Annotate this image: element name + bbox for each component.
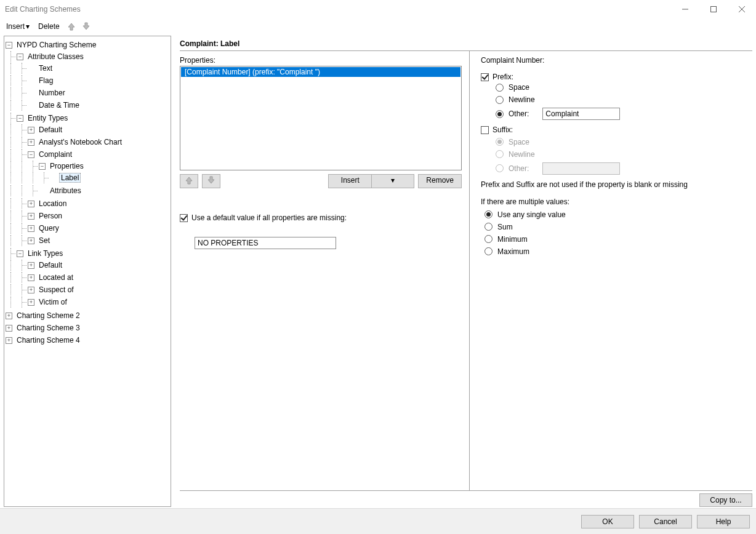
radio-label: Sum xyxy=(497,223,513,231)
tree-complaint-attributes[interactable]: Attributes xyxy=(48,186,83,195)
tree-toggle[interactable]: + xyxy=(28,262,34,269)
tree-et-default[interactable]: Default xyxy=(37,126,64,134)
radio-label: Space xyxy=(509,83,529,92)
help-label: Help xyxy=(716,517,731,526)
tree-toggle[interactable]: − xyxy=(17,115,23,122)
copy-to-label: Copy to... xyxy=(710,496,741,504)
checkbox-icon xyxy=(481,126,489,134)
multi-sum-radio[interactable]: Sum xyxy=(485,221,752,233)
tree-toggle[interactable]: − xyxy=(39,163,46,170)
tree-lt-located[interactable]: Located at xyxy=(37,273,75,282)
tree-toggle[interactable]: + xyxy=(28,139,34,146)
multi-any-radio[interactable]: Use any single value xyxy=(485,209,752,221)
move-up-icon[interactable] xyxy=(66,21,77,32)
tree-cs2[interactable]: Charting Scheme 2 xyxy=(15,311,82,320)
tree-toggle[interactable]: − xyxy=(6,42,12,49)
toolbar-delete[interactable]: Delete xyxy=(36,21,62,32)
tree-attr-flag[interactable]: Flag xyxy=(37,76,55,85)
tree-toggle[interactable]: + xyxy=(28,274,34,281)
tree-et-location[interactable]: Location xyxy=(37,199,68,208)
tree-attribute-classes[interactable]: Attribute Classes xyxy=(26,52,86,61)
cancel-button[interactable]: Cancel xyxy=(639,515,692,528)
radio-icon xyxy=(485,223,493,231)
tree-cs3[interactable]: Charting Scheme 3 xyxy=(15,324,82,332)
tree-toggle[interactable]: − xyxy=(17,54,23,60)
tree-toggle[interactable]: + xyxy=(6,313,12,319)
default-value-input[interactable] xyxy=(195,237,336,249)
tree-et-person[interactable]: Person xyxy=(37,212,64,220)
tree-toggle[interactable]: − xyxy=(28,151,34,158)
detail-pane: Complaint: Label Properties: [Complaint … xyxy=(171,36,752,507)
radio-label: Other: xyxy=(509,110,529,118)
tree-root[interactable]: NYPD Charting Scheme xyxy=(15,41,98,49)
multi-min-radio[interactable]: Minimum xyxy=(485,233,752,245)
toolbar-delete-label: Delete xyxy=(38,22,60,31)
tree-et-query[interactable]: Query xyxy=(37,224,61,233)
minimize-button[interactable] xyxy=(671,0,699,18)
tree-pane[interactable]: −NYPD Charting Scheme −Attribute Classes… xyxy=(4,36,171,507)
tree-link-types[interactable]: Link Types xyxy=(26,249,65,258)
use-default-checkbox[interactable]: Use a default value if all properties ar… xyxy=(180,213,347,222)
prefix-space-radio[interactable]: Space xyxy=(496,81,752,94)
prefix-newline-radio[interactable]: Newline xyxy=(496,94,752,106)
tree-et-complaint[interactable]: Complaint xyxy=(37,150,74,159)
tree-attr-text[interactable]: Text xyxy=(37,64,54,73)
tree-toggle[interactable]: + xyxy=(28,201,34,207)
multi-max-radio[interactable]: Maximum xyxy=(485,245,752,258)
tree-lt-suspect[interactable]: Suspect of xyxy=(37,285,76,294)
radio-label: Newline xyxy=(509,150,535,159)
tree-toggle[interactable]: + xyxy=(6,337,12,344)
suffix-label: Suffix: xyxy=(493,126,513,134)
tree-toggle[interactable]: + xyxy=(28,237,34,244)
tree-et-set[interactable]: Set xyxy=(37,236,52,245)
title-bar: Edit Charting Schemes xyxy=(0,0,756,18)
tree-toggle[interactable]: + xyxy=(28,213,34,220)
prefix-other-input[interactable] xyxy=(542,108,620,120)
tree-toggle[interactable]: + xyxy=(28,299,34,306)
maximize-button[interactable] xyxy=(699,0,728,18)
radio-icon xyxy=(496,110,504,118)
prefix-checkbox[interactable]: Prefix: xyxy=(481,73,513,81)
tree-complaint-properties[interactable]: Properties xyxy=(48,162,86,170)
radio-icon xyxy=(496,84,504,92)
tree-lt-default[interactable]: Default xyxy=(37,261,64,269)
prefix-suffix-note: Prefix and Suffix are not used if the pr… xyxy=(481,177,752,193)
suffix-checkbox[interactable]: Suffix: xyxy=(481,126,513,134)
tree-complaint-label[interactable]: Label xyxy=(59,173,81,183)
move-down-icon[interactable] xyxy=(81,21,92,32)
ok-button[interactable]: OK xyxy=(581,515,634,528)
dialog-footer: OK Cancel Help xyxy=(0,508,756,534)
property-remove-label: Remove xyxy=(426,176,454,185)
tree-entity-types[interactable]: Entity Types xyxy=(26,114,70,122)
tree-attr-datetime[interactable]: Date & Time xyxy=(37,101,81,110)
suffix-other-input xyxy=(542,162,620,175)
property-move-up-button[interactable] xyxy=(180,174,198,188)
property-insert-button[interactable]: Insert ▾ xyxy=(328,174,414,188)
copy-to-button[interactable]: Copy to... xyxy=(699,493,752,507)
properties-listbox[interactable]: [Complaint Number] (prefix: "Complaint "… xyxy=(180,66,462,170)
close-button[interactable] xyxy=(728,0,756,18)
tree-toggle[interactable]: + xyxy=(28,287,34,293)
property-move-down-button[interactable] xyxy=(202,174,220,188)
tree-toggle[interactable]: − xyxy=(17,250,23,257)
tree-cs4[interactable]: Charting Scheme 4 xyxy=(15,336,82,345)
toolbar-insert[interactable]: Insert ▾ xyxy=(4,21,32,32)
property-remove-button[interactable]: Remove xyxy=(418,174,462,188)
tree-toggle[interactable]: + xyxy=(28,225,34,232)
tree-attr-number[interactable]: Number xyxy=(37,89,67,97)
radio-icon xyxy=(485,235,493,243)
cancel-label: Cancel xyxy=(654,517,677,526)
tree-toggle[interactable]: + xyxy=(6,325,12,332)
window-title: Edit Charting Schemes xyxy=(5,5,81,14)
tree-toggle[interactable]: + xyxy=(28,127,34,134)
properties-column: Properties: [Complaint Number] (prefix: … xyxy=(180,51,469,490)
help-button[interactable]: Help xyxy=(697,515,750,528)
suffix-other-radio: Other: xyxy=(496,161,752,177)
tree-et-anb[interactable]: Analyst's Notebook Chart xyxy=(37,138,124,146)
property-insert-dropdown[interactable]: ▾ xyxy=(371,174,414,188)
prefix-other-radio[interactable]: Other: xyxy=(496,106,752,122)
radio-label: Space xyxy=(509,138,529,146)
tree-lt-victim[interactable]: Victim of xyxy=(37,298,69,306)
property-name-header: Complaint Number: xyxy=(481,56,752,65)
properties-list-item[interactable]: [Complaint Number] (prefix: "Complaint "… xyxy=(181,67,460,77)
